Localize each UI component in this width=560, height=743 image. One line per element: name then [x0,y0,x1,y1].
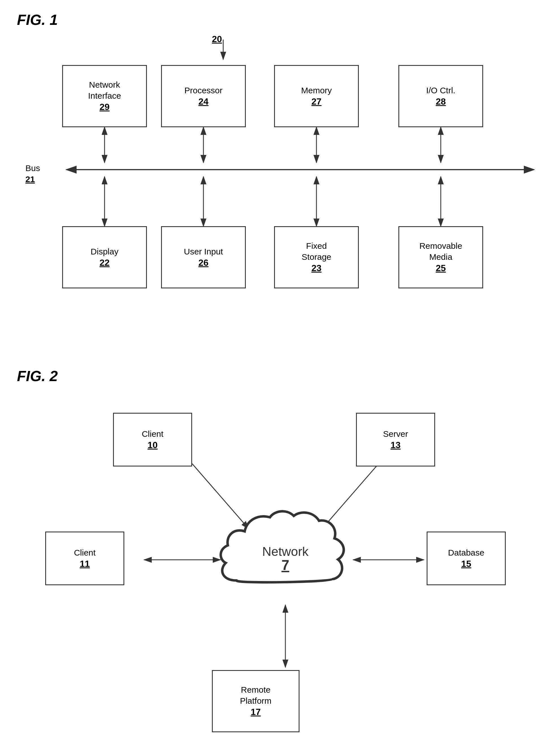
fig1-ref-arrow-label: 20 [212,34,222,44]
svg-text:7: 7 [281,557,289,573]
box-user-input: User Input 26 [161,226,246,289]
fig2-diagram: Client 10 Client 11 Server 13 Database 1… [17,390,543,743]
box-fixed-storage: Fixed Storage 23 [274,226,359,289]
box-io-ctrl: I/O Ctrl. 28 [399,65,483,127]
bus-label: Bus 21 [26,163,40,185]
svg-text:Network: Network [262,544,309,558]
box-memory: Memory 27 [274,65,359,127]
box-client10: Client 10 [113,413,192,467]
box-client11: Client 11 [45,531,124,585]
box-remote-platform: Remote Platform 17 [212,670,299,732]
box-processor: Processor 24 [161,65,246,127]
box-display: Display 22 [62,226,147,289]
fig1-diagram: 20 Network Interface 29 Processor 24 Mem… [17,34,543,345]
network-cloud: Network 7 [215,503,356,605]
box-network-interface: Network Interface 29 [62,65,147,127]
fig1-label: FIG. 1 [17,11,543,28]
box-removable-media: Removable Media 25 [399,226,483,289]
box-server: Server 13 [356,413,435,467]
box-database: Database 15 [427,531,506,585]
fig2-label: FIG. 2 [17,367,543,385]
